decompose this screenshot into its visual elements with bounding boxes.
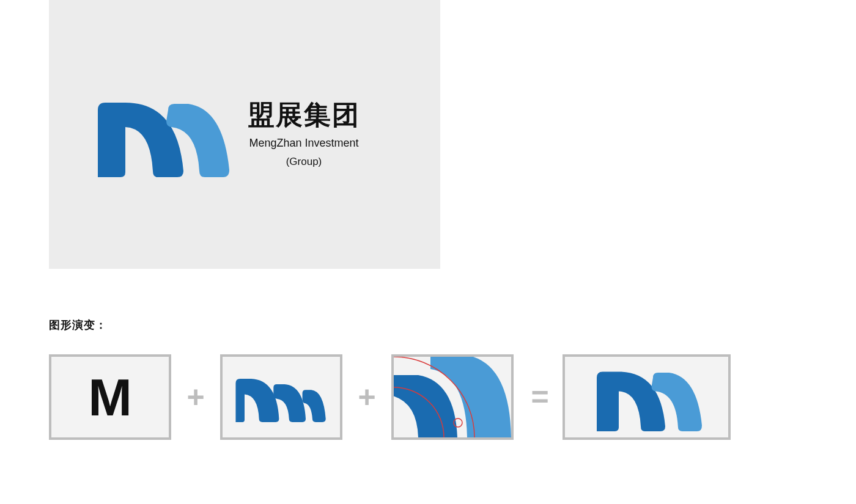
m-glyph: M [88,371,132,423]
evolution-row: M + + = [49,354,731,440]
evolution-tile-final-logo [563,354,731,440]
evolution-tile-three-arcs [220,354,342,440]
evolution-tile-construction [391,354,514,440]
brand-text-block: 盟展集团 MengZhan Investment (Group) [248,101,360,168]
evolution-label: 图形演变： [49,318,107,332]
logo-primary [92,92,229,177]
hero-panel: 盟展集团 MengZhan Investment (Group) [49,0,440,269]
plus-operator: + [356,379,378,415]
equals-operator: = [527,379,549,415]
brand-name-group: (Group) [248,156,360,168]
brand-name-english: MengZhan Investment [248,137,360,150]
plus-operator: + [185,379,207,415]
evolution-tile-letter-m: M [49,354,171,440]
brand-name-chinese: 盟展集团 [248,101,360,128]
